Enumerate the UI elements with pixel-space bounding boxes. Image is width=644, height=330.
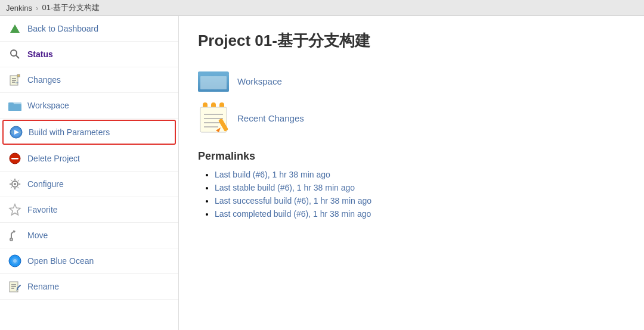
- list-item: Last build (#6), 1 hr 38 min ago: [215, 170, 625, 179]
- svg-rect-36: [200, 76, 227, 89]
- blue-ocean-icon: [8, 254, 21, 267]
- notepad-large-icon: [198, 102, 229, 133]
- favorite-icon: [8, 203, 21, 216]
- svg-text:✏: ✏: [16, 81, 18, 85]
- sidebar-label-changes: Changes: [27, 75, 61, 85]
- svg-rect-15: [11, 158, 18, 160]
- sidebar: Back to Dashboard Status ✏: [0, 16, 179, 330]
- sidebar-label-workspace: Workspace: [27, 101, 69, 110]
- recent-changes-link[interactable]: Recent Changes: [237, 113, 304, 123]
- rename-icon: [8, 280, 21, 293]
- sidebar-item-build-with-parameters[interactable]: Build with Parameters: [2, 120, 176, 145]
- sidebar-item-favorite[interactable]: Favorite: [0, 197, 178, 223]
- sidebar-item-open-blue-ocean[interactable]: Open Blue Ocean: [0, 248, 178, 274]
- svg-point-17: [14, 183, 16, 185]
- sidebar-label-status: Status: [27, 49, 53, 59]
- sidebar-label-rename: Rename: [27, 282, 59, 291]
- sidebar-item-workspace[interactable]: Workspace: [0, 93, 178, 119]
- sidebar-label-back-to-dashboard: Back to Dashboard: [27, 24, 98, 33]
- svg-line-1: [16, 55, 19, 58]
- sidebar-label-build-with-parameters: Build with Parameters: [29, 127, 110, 137]
- sidebar-label-move: Move: [27, 231, 48, 240]
- workspace-folder-icon: [8, 99, 21, 112]
- breadcrumb-sep-1: ›: [36, 4, 38, 13]
- sidebar-label-configure: Configure: [27, 179, 64, 189]
- svg-rect-11: [8, 102, 14, 105]
- changes-icon: ✏: [8, 73, 21, 86]
- svg-point-25: [13, 259, 17, 263]
- svg-rect-3: [17, 74, 20, 77]
- content-area: Project 01-基于分支构建: [179, 16, 644, 330]
- sidebar-item-delete-project[interactable]: Delete Project: [0, 146, 178, 172]
- sidebar-label-open-blue-ocean: Open Blue Ocean: [27, 256, 94, 266]
- search-icon: [8, 48, 21, 61]
- svg-rect-10: [8, 104, 21, 111]
- workspace-folder-large-icon: [198, 68, 229, 94]
- build-icon: [10, 126, 23, 139]
- svg-rect-35: [198, 71, 210, 76]
- main-layout: Back to Dashboard Status ✏: [0, 16, 644, 330]
- sidebar-item-status[interactable]: Status: [0, 42, 178, 67]
- breadcrumb-jenkins[interactable]: Jenkins: [6, 4, 32, 13]
- move-icon: [8, 229, 21, 242]
- sidebar-item-back-to-dashboard[interactable]: Back to Dashboard: [0, 16, 178, 42]
- permalink-last-successful-build[interactable]: Last successful build (#6), 1 hr 38 min …: [215, 196, 371, 206]
- permalink-last-build[interactable]: Last build (#6), 1 hr 38 min ago: [215, 170, 330, 179]
- sidebar-item-rename[interactable]: Rename: [0, 274, 178, 300]
- sidebar-label-delete-project: Delete Project: [27, 154, 80, 163]
- list-item: Last stable build (#6), 1 hr 38 min ago: [215, 183, 625, 192]
- delete-icon: [8, 152, 21, 165]
- permalinks-title: Permalinks: [198, 150, 625, 163]
- permalink-last-stable-build[interactable]: Last stable build (#6), 1 hr 38 min ago: [215, 183, 355, 192]
- list-item: Last completed build (#6), 1 hr 38 min a…: [215, 209, 625, 219]
- sidebar-item-changes[interactable]: ✏ Changes: [0, 67, 178, 93]
- sidebar-item-configure[interactable]: Configure: [0, 172, 178, 197]
- arrow-up-icon: [8, 22, 21, 35]
- breadcrumb-project[interactable]: 01-基于分支构建: [42, 2, 100, 13]
- permalinks-list: Last build (#6), 1 hr 38 min ago Last st…: [198, 170, 625, 219]
- sidebar-item-move[interactable]: Move: [0, 223, 178, 248]
- workspace-link[interactable]: Workspace: [237, 76, 282, 86]
- recent-changes-link-row: Recent Changes: [198, 102, 625, 133]
- configure-icon: [8, 178, 21, 191]
- workspace-link-row: Workspace: [198, 68, 625, 94]
- breadcrumb: Jenkins › 01-基于分支构建: [0, 0, 644, 16]
- list-item: Last successful build (#6), 1 hr 38 min …: [215, 196, 625, 206]
- icon-links-section: Workspace: [198, 68, 625, 133]
- sidebar-label-favorite: Favorite: [27, 205, 58, 214]
- svg-marker-18: [10, 204, 20, 215]
- page-title: Project 01-基于分支构建: [198, 30, 625, 51]
- svg-point-20: [11, 239, 13, 241]
- svg-point-0: [11, 50, 17, 56]
- permalink-last-completed-build[interactable]: Last completed build (#6), 1 hr 38 min a…: [215, 209, 371, 219]
